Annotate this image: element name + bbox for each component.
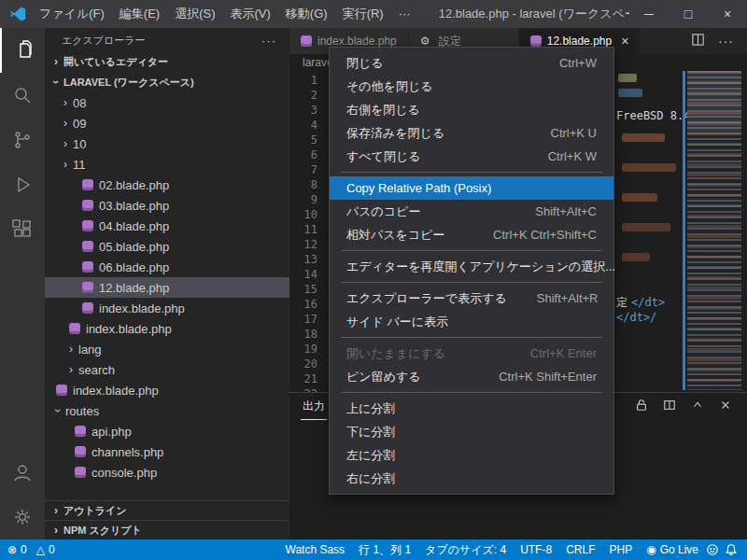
search-icon[interactable] — [0, 73, 45, 118]
context-menu-item[interactable]: 保存済みを閉じる Ctrl+K U — [330, 121, 613, 145]
context-menu-item[interactable]: 下に分割 — [330, 420, 613, 443]
vscode-logo-icon — [9, 6, 26, 22]
file-icon — [75, 446, 86, 457]
context-menu-item[interactable] — [341, 172, 602, 173]
context-menu-item[interactable]: 右に分割 — [330, 467, 613, 490]
menubar-item[interactable]: ··· — [391, 0, 418, 28]
tree-item[interactable]: 09 — [45, 113, 289, 133]
context-menu-item[interactable]: Copy Relative Path (Posix) — [330, 176, 613, 200]
chevron-up-icon[interactable] — [691, 399, 704, 415]
status-item[interactable]: Watch Sass — [286, 543, 345, 556]
tree-item[interactable]: 10 — [45, 133, 289, 154]
tree-item[interactable]: 06.blade.php — [45, 257, 289, 277]
tree-item[interactable]: api.php — [45, 421, 289, 441]
minimap-slider[interactable] — [687, 71, 741, 133]
account-icon[interactable] — [0, 450, 45, 495]
tree-item[interactable]: lang — [45, 339, 289, 359]
sidebar-section[interactable]: アウトライン — [45, 500, 289, 520]
tree-item[interactable]: 03.blade.php — [45, 195, 289, 216]
close-window-button[interactable]: × — [708, 0, 747, 28]
settings-gear-icon[interactable] — [0, 495, 45, 539]
context-menu-item[interactable]: すべて閉じる Ctrl+K W — [330, 145, 613, 168]
status-item[interactable]: UTF-8 — [520, 543, 552, 556]
minimap[interactable] — [687, 71, 741, 390]
feedback-icon[interactable] — [706, 543, 719, 556]
code-fragment: FreeBSD 8.4 — [616, 108, 690, 123]
chevron-icon — [63, 363, 78, 376]
run-debug-icon[interactable] — [0, 162, 45, 207]
file-icon — [82, 179, 93, 190]
context-menu-item[interactable]: エクスプローラーで表示する Shift+Alt+R — [330, 287, 613, 310]
menubar-item[interactable]: 実行(R) — [335, 0, 391, 28]
close-panel-icon[interactable] — [719, 399, 732, 415]
tree-item[interactable]: channels.php — [45, 441, 289, 462]
tree-item[interactable]: routes — [45, 400, 289, 421]
problems-indicator[interactable]: 0 — [7, 543, 27, 556]
context-menu-item[interactable]: パスのコピー Shift+Alt+C — [330, 200, 613, 223]
status-item[interactable]: タブのサイズ: 4 — [425, 542, 506, 558]
context-menu-item[interactable]: 右側を閉じる — [330, 98, 613, 121]
explorer-icon[interactable] — [0, 28, 45, 73]
window-title: 12.blade.php - laravel (ワークスペース) - Vis..… — [439, 6, 629, 22]
context-menu-item[interactable]: 閉じる Ctrl+W — [330, 51, 613, 75]
tree-item[interactable]: index.blade.php — [45, 318, 289, 339]
tree-item[interactable]: index.blade.php — [45, 298, 289, 318]
split-editor-icon[interactable] — [691, 33, 705, 50]
tree-item[interactable]: 04.blade.php — [45, 216, 289, 236]
tree-item[interactable]: search — [45, 359, 289, 380]
menubar-item[interactable]: 表示(V) — [223, 0, 278, 28]
menubar-item[interactable]: 編集(E) — [112, 0, 167, 28]
tree-item[interactable]: 05.blade.php — [45, 236, 289, 257]
context-menu-item[interactable] — [341, 282, 602, 283]
context-menu-item[interactable]: サイド バーに表示 — [330, 310, 613, 333]
tree-item[interactable]: index.blade.php — [45, 380, 289, 400]
menubar-item[interactable]: 選択(S) — [167, 0, 222, 28]
status-icon — [646, 543, 655, 556]
tree-item[interactable]: 08 — [45, 92, 289, 113]
context-menu-item[interactable] — [341, 337, 602, 338]
lock-icon[interactable] — [635, 399, 648, 415]
context-menu-item[interactable]: エディターを再度開くアプリケーションの選択... — [330, 255, 613, 278]
chevron-icon — [63, 343, 78, 356]
extensions-icon[interactable] — [0, 207, 45, 252]
section-open-editors[interactable]: 開いているエディター — [45, 51, 289, 72]
tree-item[interactable]: 02.blade.php — [45, 175, 289, 195]
status-item[interactable]: Go Live — [646, 543, 698, 556]
chevron-right-icon — [49, 524, 63, 537]
status-item[interactable]: CRLF — [566, 543, 595, 556]
sidebar-section[interactable]: NPM スクリプト — [45, 520, 289, 539]
menubar-item[interactable]: 移動(G) — [278, 0, 335, 28]
more-actions-icon[interactable]: ··· — [261, 34, 276, 48]
panel-tabs: 出力 — [301, 394, 327, 420]
bell-icon[interactable] — [725, 543, 738, 556]
context-menu-item[interactable]: 上に分割 — [330, 397, 613, 420]
more-actions-icon[interactable] — [718, 33, 734, 49]
context-menu-item[interactable]: 左に分割 — [330, 443, 613, 467]
tree-item[interactable]: console.php — [45, 462, 289, 483]
sidebar-title: エクスプローラー — [62, 34, 146, 48]
keybinding-label: Ctrl+K Enter — [530, 346, 597, 360]
status-item[interactable]: PHP — [609, 543, 632, 556]
status-right: Watch Sass 行 1、列 1 タブのサイズ: 4 UTF-8 CRLF … — [286, 542, 705, 558]
problems-indicator[interactable]: 0 — [36, 543, 55, 556]
maximize-button[interactable]: □ — [669, 0, 708, 28]
context-menu-item[interactable] — [341, 392, 602, 393]
tree-item[interactable]: 12.blade.php — [45, 277, 289, 298]
status-item[interactable]: 行 1、列 1 — [359, 542, 411, 558]
context-menu: 閉じる Ctrl+W その他を閉じる 右側を閉じる 保存済みを閉じる Ctrl+… — [329, 47, 614, 495]
keybinding-label: Ctrl+W — [559, 56, 597, 70]
context-menu-item[interactable]: ピン留めする Ctrl+K Shift+Enter — [330, 365, 613, 388]
panel-tab-output[interactable]: 出力 — [301, 394, 327, 420]
context-menu-item[interactable]: その他を閉じる — [330, 75, 613, 98]
tree-item[interactable]: 11 — [45, 154, 289, 175]
context-menu-item[interactable]: 開いたままにする Ctrl+K Enter — [330, 342, 613, 365]
minimize-button[interactable]: ─ — [629, 0, 669, 28]
source-control-icon[interactable] — [0, 118, 45, 162]
layout-icon[interactable] — [663, 399, 676, 415]
menubar-item[interactable]: ファイル(F) — [32, 0, 112, 28]
section-workspace[interactable]: LARAVEL (ワークスペース) — [45, 72, 289, 92]
overview-ruler — [683, 71, 685, 390]
file-icon — [56, 385, 67, 396]
context-menu-item[interactable]: 相対パスをコピー Ctrl+K Ctrl+Shift+C — [330, 223, 613, 246]
context-menu-item[interactable] — [341, 250, 602, 251]
